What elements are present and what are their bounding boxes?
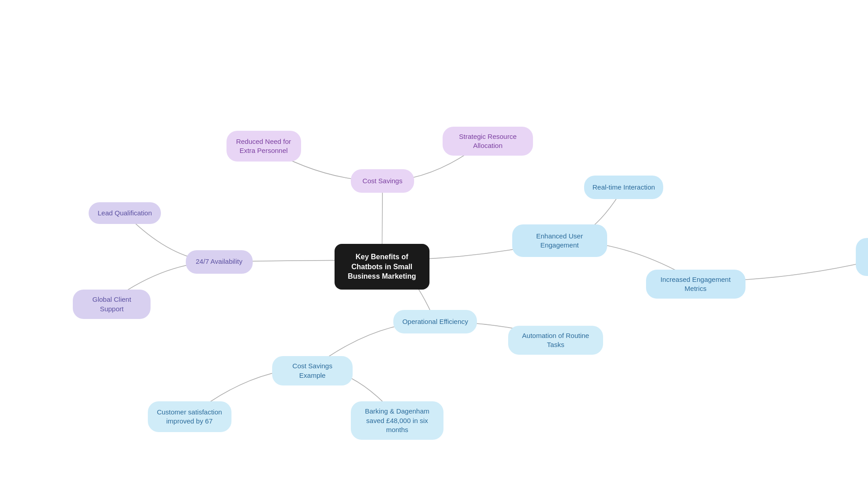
node-realtimeInteraction: Real-time Interaction [584, 176, 663, 199]
node-globalClient: Global Client Support [73, 290, 151, 319]
node-americansBelieve: 80 of Americans believe AI enhances effi… [856, 238, 868, 276]
node-costSavingsExample: Cost Savings Example [272, 356, 353, 385]
mind-map-canvas: Key Benefits of Chatbots in Small Busine… [0, 0, 868, 490]
node-operationalEfficiency: Operational Efficiency [393, 310, 477, 333]
node-reducedNeed: Reduced Need for Extra Personnel [226, 131, 301, 162]
node-customerSatisfaction: Customer satisfaction improved by 67 [148, 401, 231, 432]
node-increasedEngagement: Increased Engagement Metrics [646, 270, 745, 299]
node-leadQualification: Lead Qualification [89, 202, 161, 224]
node-automationRoutine: Automation of Routine Tasks [508, 326, 603, 355]
node-availability: 24/7 Availability [186, 250, 253, 274]
node-center: Key Benefits of Chatbots in Small Busine… [335, 244, 429, 290]
node-costSavings: Cost Savings [351, 169, 414, 193]
node-strategicResource: Strategic Resource Allocation [443, 127, 533, 156]
node-barkingDagenham: Barking & Dagenham saved £48,000 in six … [351, 401, 443, 440]
node-enhancedEngagement: Enhanced User Engagement [512, 224, 607, 257]
